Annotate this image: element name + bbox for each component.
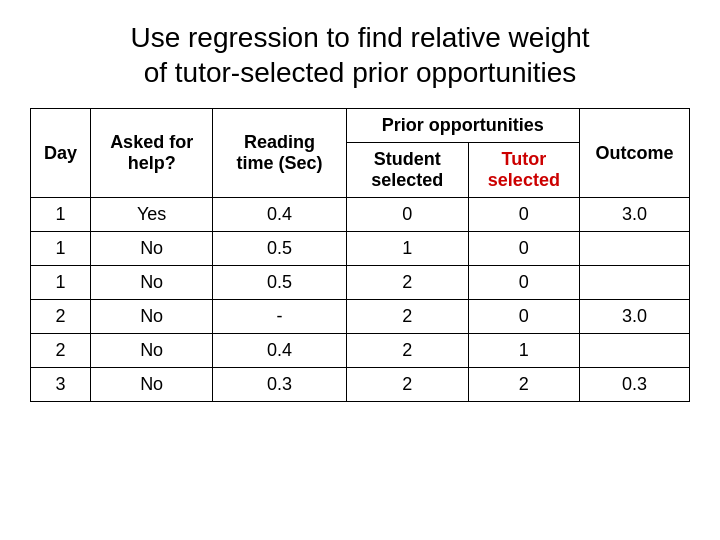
header-outcome: Outcome [579,109,689,198]
header-student-selected: Student selected [346,143,468,198]
cell-day: 2 [31,334,91,368]
cell-asked: No [91,232,213,266]
page-title: Use regression to find relative weight o… [30,20,690,90]
cell-tutor: 0 [468,300,579,334]
table-row: 3No0.3220.3 [31,368,690,402]
table-row: 1Yes0.4003.0 [31,198,690,232]
cell-asked: Yes [91,198,213,232]
cell-day: 1 [31,266,91,300]
cell-student: 2 [346,368,468,402]
header-tutor-selected: Tutor selected [468,143,579,198]
header-prior-opportunities: Prior opportunities [346,109,579,143]
cell-tutor: 0 [468,232,579,266]
cell-day: 1 [31,198,91,232]
header-day: Day [31,109,91,198]
cell-asked: No [91,300,213,334]
cell-student: 2 [346,334,468,368]
cell-outcome: 3.0 [579,198,689,232]
cell-outcome [579,334,689,368]
cell-outcome: 0.3 [579,368,689,402]
cell-reading: 0.4 [213,334,346,368]
cell-student: 2 [346,266,468,300]
cell-reading: 0.4 [213,198,346,232]
cell-day: 1 [31,232,91,266]
header-asked-for-help: Asked for help? [91,109,213,198]
cell-asked: No [91,334,213,368]
table-row: 2No0.421 [31,334,690,368]
cell-outcome: 3.0 [579,300,689,334]
data-table: Day Asked for help? Reading time (Sec) P… [30,108,690,402]
table-row: 1No0.510 [31,232,690,266]
cell-student: 1 [346,232,468,266]
cell-tutor: 0 [468,198,579,232]
cell-day: 3 [31,368,91,402]
cell-student: 2 [346,300,468,334]
cell-reading: - [213,300,346,334]
cell-tutor: 1 [468,334,579,368]
cell-student: 0 [346,198,468,232]
cell-outcome [579,266,689,300]
cell-day: 2 [31,300,91,334]
cell-tutor: 0 [468,266,579,300]
cell-reading: 0.3 [213,368,346,402]
cell-asked: No [91,266,213,300]
cell-tutor: 2 [468,368,579,402]
cell-reading: 0.5 [213,266,346,300]
cell-reading: 0.5 [213,232,346,266]
table-row: 1No0.520 [31,266,690,300]
header-reading-time: Reading time (Sec) [213,109,346,198]
cell-outcome [579,232,689,266]
cell-asked: No [91,368,213,402]
table-row: 2No-203.0 [31,300,690,334]
